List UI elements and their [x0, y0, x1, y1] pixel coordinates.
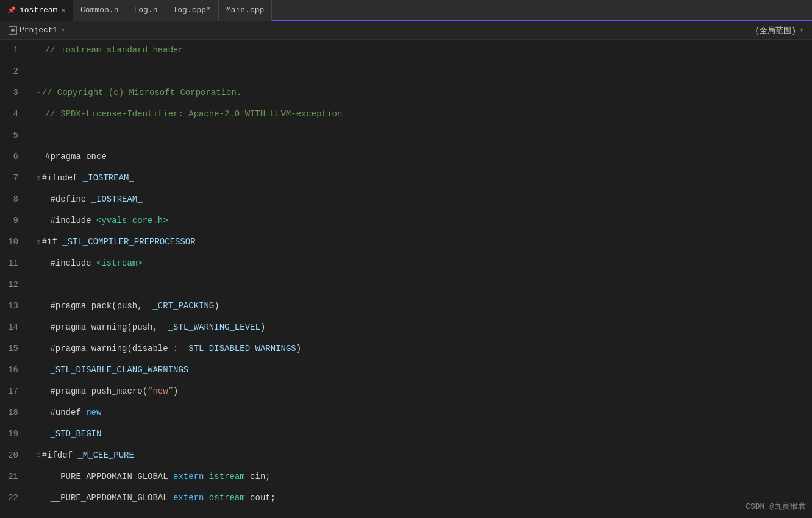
line-number: 21: [0, 466, 24, 488]
line-number: 14: [0, 317, 24, 338]
line-number: 7: [0, 168, 24, 189]
project-dropdown-arrow: ▾: [61, 27, 65, 34]
tab-label: Common.h: [80, 5, 118, 15]
code-line: [37, 125, 812, 146]
tab-common-h[interactable]: Common.h: [73, 0, 126, 21]
project-icon: ▣: [9, 26, 17, 35]
code-token: #pragma: [45, 296, 91, 317]
line-number: 13: [0, 296, 24, 317]
code-line: ⊟#if _STL_COMPILER_PREPROCESSOR: [37, 232, 812, 253]
project-selector[interactable]: ▣ Project1 ▾: [4, 24, 69, 36]
tab-iostream[interactable]: 📌 iostream ✕: [0, 0, 73, 21]
code-line: #include <istream>: [37, 253, 812, 274]
code-line: #include <yvals_core.h>: [37, 210, 812, 232]
line-numbers: 12345678910111213141516171819202122: [0, 40, 30, 518]
tab-log-cpp[interactable]: log.cpp*: [165, 0, 218, 21]
code-token: pack: [91, 296, 112, 317]
code-token: (disable :: [127, 338, 183, 360]
code-line: __PURE_APPDOMAIN_GLOBAL extern istream c…: [37, 466, 812, 488]
code-token: _M_CEE_PURE: [77, 445, 134, 466]
watermark: CSDN @九灵猴君: [746, 501, 806, 512]
tab-pin-icon: 📌: [7, 6, 16, 14]
line-number: 20: [0, 445, 24, 466]
code-token: #ifdef: [42, 445, 78, 466]
code-token: warning: [91, 317, 127, 338]
code-token: (push,: [112, 296, 152, 317]
code-content[interactable]: // iostream standard header⊟// Copyright…: [30, 40, 812, 518]
line-number: 6: [0, 146, 24, 168]
code-token: _IOSTREAM_: [91, 189, 143, 210]
tab-main-cpp[interactable]: Main.cpp: [219, 0, 272, 21]
code-token: <istream>: [96, 253, 143, 274]
code-line: __PURE_APPDOMAIN_GLOBAL extern ostream c…: [37, 488, 812, 509]
code-token: #if: [42, 232, 63, 253]
code-line: #pragma push_macro(“new”): [37, 381, 812, 402]
scope-label: (全局范围): [755, 25, 796, 36]
line-number: 12: [0, 274, 24, 296]
tab-bar: 📌 iostream ✕ Common.h Log.h log.cpp* Mai…: [0, 0, 812, 21]
code-token: ostream: [209, 488, 250, 509]
fold-collapse-icon[interactable]: ⊟: [37, 445, 41, 466]
code-token: (: [143, 381, 148, 402]
code-token: _STL_DISABLED_WARNINGS: [183, 338, 296, 360]
tab-label: Log.h: [134, 5, 157, 15]
project-label: Project1: [20, 26, 57, 35]
toolbar: ▣ Project1 ▾ (全局范围) ▾: [0, 21, 812, 40]
code-token: #include: [45, 253, 96, 274]
code-token: cout;: [250, 488, 276, 509]
fold-collapse-icon[interactable]: ⊟: [37, 82, 41, 104]
tab-label: iostream: [20, 5, 57, 15]
code-line: // iostream standard header: [37, 40, 812, 61]
code-line: _STL_DISABLE_CLANG_WARNINGS: [37, 360, 812, 381]
scope-dropdown-arrow: ▾: [800, 27, 803, 34]
line-number: 9: [0, 210, 24, 232]
code-token: “new”: [148, 381, 173, 402]
tab-log-h[interactable]: Log.h: [126, 0, 165, 21]
line-number: 15: [0, 338, 24, 360]
code-token: warning: [91, 338, 127, 360]
code-token: push_macro: [91, 381, 143, 402]
code-token: #ifndef: [42, 168, 83, 189]
code-token: // Copyright (c) Microsoft Corporation.: [42, 82, 242, 104]
line-number: 18: [0, 402, 24, 424]
code-token: _CRT_PACKING: [152, 296, 214, 317]
code-line: #pragma once: [37, 146, 812, 168]
code-token: _IOSTREAM_: [83, 168, 134, 189]
code-line: #pragma pack(push, _CRT_PACKING): [37, 296, 812, 317]
code-token: #include: [45, 210, 96, 232]
line-number: 8: [0, 189, 24, 210]
line-number: 17: [0, 381, 24, 402]
code-token: ): [173, 381, 178, 402]
line-number: 11: [0, 253, 24, 274]
code-line: // SPDX-License-Identifier: Apache-2.0 W…: [37, 104, 812, 125]
scope-selector[interactable]: (全局范围) ▾: [755, 25, 808, 36]
code-line: [37, 274, 812, 296]
line-number: 16: [0, 360, 24, 381]
code-token: cin;: [250, 466, 271, 488]
code-token: new: [86, 402, 101, 424]
code-token: extern: [173, 488, 209, 509]
line-number: 22: [0, 488, 24, 509]
code-line: [37, 61, 812, 82]
code-line: ⊟#ifndef _IOSTREAM_: [37, 168, 812, 189]
code-line: #undef new: [37, 402, 812, 424]
code-token: #pragma: [45, 317, 91, 338]
tab-close-icon[interactable]: ✕: [61, 6, 65, 14]
code-token: ): [260, 317, 265, 338]
fold-collapse-icon[interactable]: ⊟: [37, 168, 41, 189]
code-line: _STD_BEGIN: [37, 424, 812, 445]
line-number: 5: [0, 125, 24, 146]
code-area: 12345678910111213141516171819202122 // i…: [0, 40, 812, 518]
code-token: once: [86, 146, 107, 168]
code-token: #pragma: [45, 381, 91, 402]
code-line: #pragma warning(push, _STL_WARNING_LEVEL…: [37, 317, 812, 338]
code-token: _STL_COMPILER_PREPROCESSOR: [62, 232, 195, 253]
code-token: extern: [173, 466, 209, 488]
tab-label: Main.cpp: [226, 5, 264, 15]
code-token: _STD_BEGIN: [45, 424, 101, 445]
code-token: (push,: [127, 317, 168, 338]
fold-collapse-icon[interactable]: ⊟: [37, 232, 41, 253]
code-token: #undef: [45, 402, 86, 424]
line-number: 19: [0, 424, 24, 445]
code-token: #pragma: [45, 338, 91, 360]
